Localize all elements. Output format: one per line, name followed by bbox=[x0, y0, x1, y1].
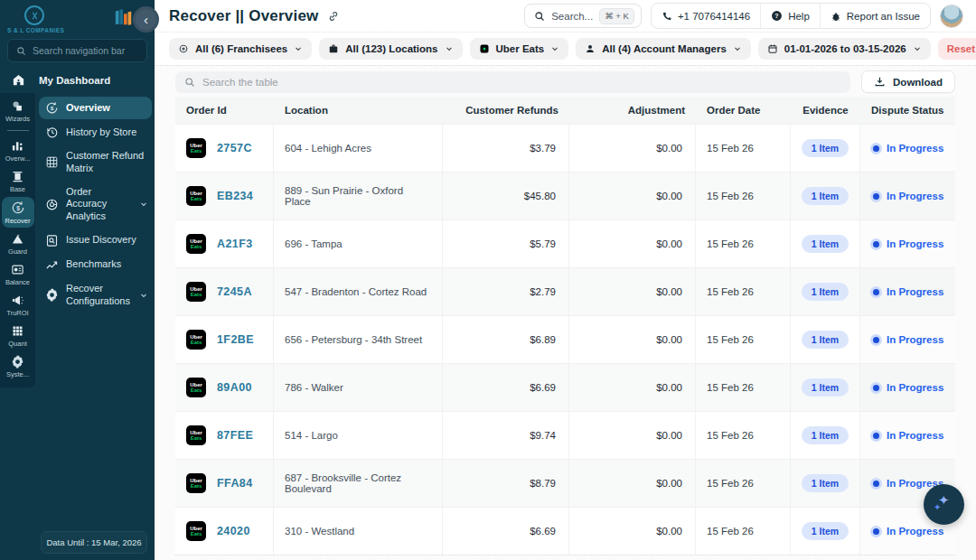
sidebar-item-my-dashboard[interactable]: My Dashboard bbox=[0, 68, 155, 93]
evidence-badge[interactable]: 1 Item bbox=[802, 426, 849, 444]
customer-refunds-cell: $8.79 bbox=[443, 460, 569, 507]
trend-icon bbox=[45, 258, 59, 272]
table-search-input[interactable] bbox=[202, 77, 841, 88]
sidebar-collapse-button[interactable]: ‹ bbox=[133, 6, 159, 33]
filter-chip-01-01-2026-to-03-15-2026[interactable]: 01-01-2026 to 03-15-2026 bbox=[758, 38, 931, 60]
sidebar-item-overview[interactable]: $Overview bbox=[39, 97, 152, 119]
rail-item-recover[interactable]: $Recover bbox=[2, 197, 34, 228]
order-id-link[interactable]: FFA84 bbox=[217, 477, 253, 490]
product-logo-icon bbox=[114, 7, 134, 27]
evidence-badge[interactable]: 1 Item bbox=[802, 283, 849, 301]
rail-item-quant[interactable]: Quant bbox=[2, 321, 34, 350]
status-dot-icon bbox=[873, 289, 879, 295]
sidebar-item-customer-refund-matrix[interactable]: Customer Refund Matrix bbox=[39, 145, 152, 180]
order-id-link[interactable]: A21F3 bbox=[217, 238, 253, 250]
order-id-link[interactable]: 87FEE bbox=[217, 429, 253, 442]
column-header-order-id: Order Id bbox=[175, 97, 274, 124]
evidence-badge[interactable]: 1 Item bbox=[802, 378, 849, 397]
dispute-status-cell[interactable]: In Progress bbox=[860, 220, 955, 267]
dispute-status-cell[interactable]: In Progress bbox=[860, 316, 955, 363]
reset-filters-button[interactable]: Reset ↻ bbox=[938, 38, 976, 60]
order-id-link[interactable]: 2757C bbox=[217, 142, 252, 154]
dispute-status-cell[interactable]: In Progress bbox=[860, 412, 955, 459]
refund-cycle-icon: $ bbox=[45, 101, 59, 115]
uber-eats-badge-icon: UberEats bbox=[186, 234, 206, 254]
dispute-status-cell[interactable]: In Progress bbox=[860, 173, 955, 219]
order-id-link[interactable]: EB234 bbox=[217, 190, 253, 202]
evidence-badge[interactable]: 1 Item bbox=[802, 522, 849, 540]
order-id-link[interactable]: 89A00 bbox=[217, 381, 252, 394]
sidebar-item-label: Customer Refund Matrix bbox=[66, 150, 148, 175]
ai-assistant-button[interactable]: ✦ ✦ bbox=[924, 484, 964, 525]
rail-item-truroi[interactable]: TruROI bbox=[2, 290, 34, 320]
filter-chip-label: 01-01-2026 to 03-15-2026 bbox=[784, 43, 906, 54]
filter-chip-all-123-locations[interactable]: All (123) Locations bbox=[319, 38, 462, 60]
sidebar-item-history-by-store[interactable]: History by Store bbox=[39, 121, 152, 144]
help-button[interactable]: ? Help bbox=[760, 4, 820, 28]
chevron-down-icon bbox=[550, 44, 559, 53]
evidence-badge[interactable]: 1 Item bbox=[802, 235, 849, 253]
sidebar-search[interactable] bbox=[7, 39, 147, 62]
bug-icon bbox=[831, 11, 841, 22]
status-label: In Progress bbox=[887, 143, 943, 154]
uber-eats-badge-icon: UberEats bbox=[186, 473, 206, 493]
rail-item-label: Syste... bbox=[6, 370, 29, 378]
rail-item-base[interactable]: Base bbox=[2, 166, 34, 196]
location-cell: 786 - Walker bbox=[274, 364, 443, 411]
order-id-link[interactable]: 7245A bbox=[217, 285, 252, 298]
order-id-link[interactable]: 24020 bbox=[217, 525, 250, 537]
sidebar-item-benchmarks[interactable]: Benchmarks bbox=[39, 254, 152, 276]
dispute-status-cell[interactable]: In Progress bbox=[860, 268, 955, 315]
order-id-cell: UberEats 2757C bbox=[175, 125, 274, 172]
evidence-badge[interactable]: 1 Item bbox=[802, 139, 849, 157]
evidence-badge[interactable]: 1 Item bbox=[802, 187, 849, 205]
copy-link-icon[interactable] bbox=[327, 10, 340, 23]
filter-chip-all-4-account-managers[interactable]: All (4) Account Managers bbox=[576, 38, 751, 60]
uber-icon bbox=[479, 43, 490, 54]
order-date-cell: 15 Feb 26 bbox=[696, 220, 791, 267]
order-id-cell: UberEats 24020 bbox=[175, 508, 274, 555]
location-cell: 310 - Westland bbox=[274, 508, 443, 555]
uber-eats-badge-icon: UberEats bbox=[186, 378, 206, 397]
evidence-cell: 1 Item bbox=[791, 173, 860, 219]
rail-item-overw[interactable]: Overw... bbox=[2, 135, 34, 165]
filter-chip-all-6-franchisees[interactable]: All (6) Franchisees bbox=[169, 38, 312, 60]
global-search[interactable]: Search... ⌘ + K bbox=[524, 4, 642, 28]
sidebar-item-order-accuracy-analytics[interactable]: Order Accuracy Analytics bbox=[39, 182, 152, 228]
order-date-cell: 15 Feb 26 bbox=[696, 412, 791, 459]
order-id-link[interactable]: 1F2BE bbox=[217, 333, 254, 346]
phone-button[interactable]: +1 7076414146 bbox=[652, 4, 760, 28]
uber-eats-badge-icon: UberEats bbox=[186, 521, 206, 541]
table-row: UberEats FFA84 687 - Brooksville - Corte… bbox=[175, 459, 955, 507]
evidence-cell: 1 Item bbox=[791, 125, 860, 172]
briefcase-icon bbox=[328, 43, 339, 54]
status-dot-icon bbox=[873, 337, 879, 343]
sidebar-search-input[interactable] bbox=[33, 45, 136, 56]
download-button[interactable]: Download bbox=[861, 70, 955, 93]
rail-item-balance[interactable]: Balance bbox=[2, 259, 34, 289]
order-date-cell: 15 Feb 26 bbox=[696, 460, 791, 507]
sidebar-item-label: Overview bbox=[66, 102, 148, 115]
table-search[interactable] bbox=[175, 71, 850, 93]
rail-item-guard[interactable]: Guard bbox=[2, 229, 34, 258]
adjustment-cell: $0.00 bbox=[569, 460, 696, 507]
report-issue-button[interactable]: Report an Issue bbox=[820, 4, 930, 28]
rail-item-wizards[interactable]: Wizards bbox=[2, 96, 34, 126]
sidebar-item-recover-configurations[interactable]: Recover Configurations bbox=[39, 278, 152, 313]
user-avatar[interactable] bbox=[940, 5, 963, 28]
table-row: UberEats 87FEE 514 - Largo $9.74 $0.00 1… bbox=[175, 411, 955, 459]
order-id-cell: UberEats FFA84 bbox=[175, 460, 274, 507]
evidence-badge[interactable]: 1 Item bbox=[802, 474, 849, 492]
evidence-badge[interactable]: 1 Item bbox=[802, 331, 849, 349]
filter-chip-uber-eats[interactable]: Uber Eats bbox=[470, 38, 569, 60]
sidebar-item-label: My Dashboard bbox=[39, 75, 110, 86]
sidebar-item-issue-discovery[interactable]: Issue Discovery bbox=[39, 229, 152, 252]
dispute-status-cell[interactable]: In Progress bbox=[860, 125, 955, 172]
dispute-status-cell[interactable]: In Progress bbox=[860, 364, 955, 411]
column-header-dispute-status: Dispute Status bbox=[860, 97, 955, 124]
download-label: Download bbox=[893, 77, 943, 88]
location-cell: 687 - Brooksville - Cortez Boulevard bbox=[274, 460, 443, 507]
rail-item-syste[interactable]: Syste... bbox=[2, 351, 34, 381]
table-row: UberEats 24020 310 - Westland $6.69 $0.0… bbox=[175, 507, 955, 555]
order-id-cell: UberEats EB234 bbox=[175, 173, 274, 219]
